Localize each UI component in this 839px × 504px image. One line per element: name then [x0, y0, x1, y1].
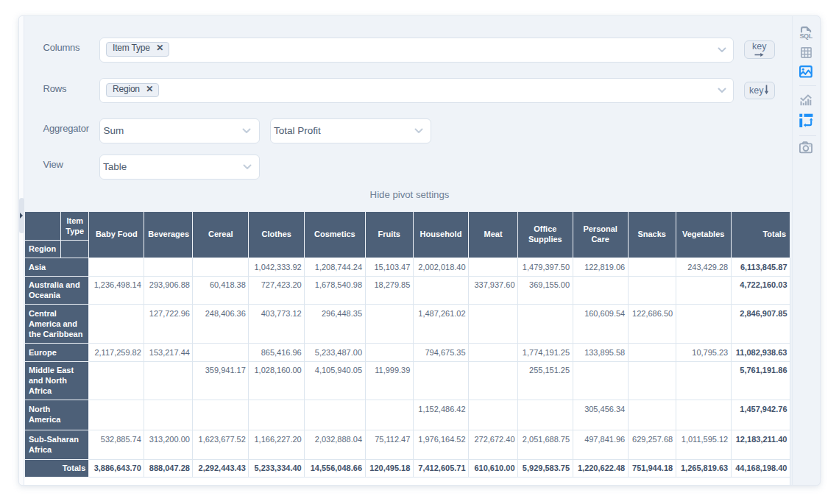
svg-text:SQL: SQL [799, 32, 813, 40]
